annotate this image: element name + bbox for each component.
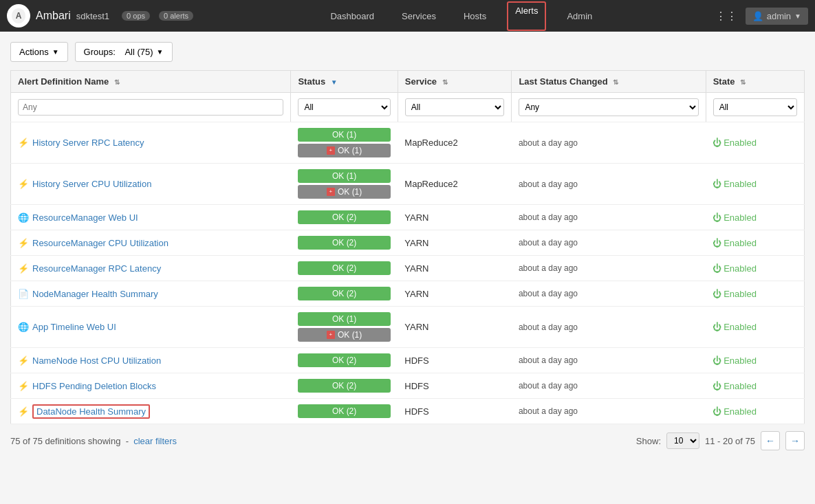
page-info: 11 - 20 of 75 [705,436,755,446]
filter-last-changed-select[interactable]: Any [519,98,698,116]
alert-service-cell: YARN [398,256,512,281]
ok-button-green[interactable]: OK (2) [298,353,391,367]
table-row: ⚡HDFS Pending Deletion Blocks OK (2)HDFS… [11,373,805,399]
stack-icon: + [327,188,335,196]
ok-button-green[interactable]: OK (2) [298,287,391,300]
alert-name-link[interactable]: ResourceManager RPC Latency [32,263,161,274]
filter-status-select[interactable]: All [298,98,390,116]
power-icon: ⏻ [713,322,721,332]
ok-button-grey[interactable]: +OK (1) [298,328,391,342]
footer-pagination: Show: 10 25 50 11 - 20 of 75 ← → [636,431,805,450]
ambari-logo: A [7,4,30,28]
filter-service-cell: All [398,93,512,122]
ok-button-green[interactable]: OK (2) [298,379,391,393]
alert-name-link[interactable]: History Server CPU Utilization [32,179,151,189]
alert-name-cell: 🌐App Timeline Web UI [11,307,291,348]
alert-name-link[interactable]: App Timeline Web UI [32,322,116,332]
sort-name-icon[interactable]: ⇅ [114,78,120,86]
ok-button-green[interactable]: OK (1) [298,128,391,142]
state-enabled: ⏻Enabled [713,406,757,417]
alert-state-cell: ⏻Enabled [706,399,804,424]
actions-button[interactable]: Actions ▼ [10,42,68,62]
table-body: ⚡History Server RPC Latency OK (1)+OK (1… [11,122,805,424]
alert-name-link[interactable]: HDFS Pending Deletion Blocks [32,381,156,391]
alert-name-link[interactable]: DataNode Health Summary [32,404,150,419]
groups-value: All (75) [124,47,153,57]
status-cell: OK (2) [298,236,391,250]
filter-service-select[interactable]: All [405,98,505,116]
power-icon: ⏻ [713,212,721,223]
alert-name-link[interactable]: History Server RPC Latency [32,138,144,148]
sort-service-icon[interactable]: ⇅ [442,78,448,86]
grid-icon[interactable]: ⋮⋮ [715,10,737,23]
status-cell: OK (1)+OK (1) [298,128,391,157]
status-cell: OK (2) [298,261,391,275]
nav-right: ⋮⋮ 👤 admin ▼ [715,8,808,25]
clear-filters-link[interactable]: clear filters [133,436,177,446]
ok-button-green[interactable]: OK (2) [298,236,391,250]
filter-last-changed-cell: Any [512,93,706,122]
definitions-summary: 75 of 75 definitions showing [10,436,120,446]
status-cell: OK (2) [298,379,391,393]
nav-hosts[interactable]: Hosts [457,1,493,31]
col-header-last-changed: Last Status Changed ⇅ [512,71,706,93]
alert-status-cell: OK (2) [291,281,398,307]
svg-text:A: A [16,11,22,21]
state-enabled: ⏻Enabled [713,212,757,223]
admin-label: admin [767,11,791,21]
globe-icon: 🌐 [18,212,29,223]
alert-last-changed-cell: about a day ago [512,122,706,164]
ops-badge: 0 ops [122,11,150,21]
next-page-button[interactable]: → [785,431,805,450]
prev-page-button[interactable]: ← [761,431,780,450]
ok-button-grey[interactable]: +OK (1) [298,144,391,157]
groups-button[interactable]: Groups: All (75) ▼ [75,42,173,62]
user-icon: 👤 [752,11,763,21]
nav-alerts[interactable]: Alerts [507,1,546,31]
ok-button-green[interactable]: OK (1) [298,169,391,183]
alert-name-link[interactable]: NameNode Host CPU Utilization [32,355,161,366]
filter-state-select[interactable]: All [713,98,797,116]
state-enabled: ⏻Enabled [713,238,757,248]
ok-button-green[interactable]: OK (1) [298,312,391,326]
groups-caret: ▼ [157,48,164,56]
col-last-changed-label: Last Status Changed [519,76,607,87]
state-enabled: ⏻Enabled [713,355,757,366]
nav-admin[interactable]: Admin [560,1,599,31]
actions-label: Actions [19,47,49,57]
alert-last-changed-cell: about a day ago [512,348,706,373]
nav-services[interactable]: Services [395,1,443,31]
power-icon: ⏻ [713,263,721,274]
ok-button-grey[interactable]: +OK (1) [298,185,391,199]
alert-state-cell: ⏻Enabled [706,348,804,373]
nav-dashboard[interactable]: Dashboard [323,1,381,31]
nav-links: Dashboard Services Hosts Alerts Admin [208,1,715,31]
alert-service-cell: YARN [398,307,512,348]
ok-button-green[interactable]: OK (2) [298,404,391,418]
sort-status-icon[interactable]: ▼ [331,78,338,86]
ok-button-green[interactable]: OK (2) [298,210,391,224]
alert-service-cell: YARN [398,281,512,307]
state-enabled: ⏻Enabled [713,322,757,332]
alert-service-cell: HDFS [398,399,512,424]
alert-status-cell: OK (2) [291,256,398,281]
bolt-icon: ⚡ [18,179,29,189]
filter-name-input[interactable] [18,99,283,116]
sort-state-icon[interactable]: ⇅ [740,78,746,86]
alert-last-changed-cell: about a day ago [512,307,706,348]
doc-icon: 📄 [18,289,29,299]
sort-last-changed-icon[interactable]: ⇅ [613,78,618,86]
alert-status-cell: OK (1)+OK (1) [291,307,398,348]
alert-name-link[interactable]: ResourceManager Web UI [32,212,138,223]
ok-button-green[interactable]: OK (2) [298,261,391,275]
alert-name-cell: ⚡DataNode Health Summary [11,399,291,424]
admin-button[interactable]: 👤 admin ▼ [746,8,808,25]
col-state-label: State [713,76,735,87]
alert-name-link[interactable]: ResourceManager CPU Utilization [32,238,169,248]
show-select[interactable]: 10 25 50 [666,432,699,449]
alert-name-link[interactable]: NodeManager Health Summary [32,289,158,299]
alert-status-cell: OK (2) [291,205,398,230]
actions-caret: ▼ [52,48,59,56]
alerts-badge: 0 alerts [159,11,193,21]
table-row: ⚡History Server CPU Utilization OK (1)+O… [11,164,805,205]
